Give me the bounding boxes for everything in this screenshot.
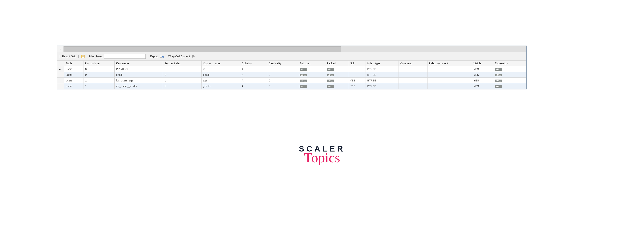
col-packed[interactable]: Packed: [325, 61, 348, 66]
table-row[interactable]: users1idx_users_gender1genderA0NULLNULLY…: [58, 83, 526, 89]
cell-packed[interactable]: NULL: [325, 83, 348, 89]
cell-non-unique[interactable]: 1: [84, 83, 114, 89]
col-expression[interactable]: Expression: [493, 61, 526, 66]
cell-collation[interactable]: A: [240, 66, 267, 72]
cell-cardinality[interactable]: 0: [267, 72, 298, 78]
cell-null[interactable]: [348, 66, 366, 72]
cell-sub-part[interactable]: NULL: [298, 83, 325, 89]
row-marker[interactable]: ▶: [58, 66, 64, 72]
cell-sub-part[interactable]: NULL: [298, 66, 325, 72]
table-row[interactable]: ▶users0PRIMARY1idA0NULLNULLBTREEYESNULL: [58, 66, 526, 72]
cell-packed[interactable]: NULL: [325, 72, 348, 78]
cell-non-unique[interactable]: 1: [84, 78, 114, 83]
cell-index-type[interactable]: BTREE: [366, 72, 398, 78]
cell-visible[interactable]: YES: [472, 72, 493, 78]
col-visible[interactable]: Visible: [472, 61, 493, 66]
cell-comment[interactable]: [398, 78, 428, 83]
cell-column-name[interactable]: gender: [202, 83, 240, 89]
col-sub-part[interactable]: Sub_part: [298, 61, 325, 66]
col-table[interactable]: Table: [64, 61, 84, 66]
cell-column-name[interactable]: email: [202, 72, 240, 78]
table-row[interactable]: users1idx_users_age1ageA0NULLNULLYESBTRE…: [58, 78, 526, 83]
cell-seq-in-index[interactable]: 1: [163, 72, 202, 78]
col-column-name[interactable]: Column_name: [202, 61, 240, 66]
cell-null[interactable]: YES: [348, 83, 366, 89]
cell-column-name[interactable]: age: [202, 78, 240, 83]
cell-table[interactable]: users: [64, 78, 84, 83]
cell-index-comment[interactable]: [428, 78, 472, 83]
cell-cardinality[interactable]: 0: [267, 66, 298, 72]
filter-rows-input[interactable]: [104, 54, 146, 59]
cell-packed[interactable]: NULL: [325, 78, 348, 83]
cell-expression[interactable]: NULL: [493, 83, 526, 89]
cell-seq-in-index[interactable]: 1: [163, 83, 202, 89]
cell-expression[interactable]: NULL: [493, 66, 526, 72]
horizontal-scrollbar[interactable]: ‹: [57, 46, 526, 52]
cell-index-comment[interactable]: [428, 72, 472, 78]
cell-null[interactable]: [348, 72, 366, 78]
col-comment[interactable]: Comment: [398, 61, 428, 66]
result-grid-label: Result Grid: [62, 55, 76, 58]
cell-cardinality[interactable]: 0: [267, 83, 298, 89]
row-marker[interactable]: [58, 78, 64, 83]
wrap-cell-label: Wrap Cell Content:: [168, 55, 190, 58]
col-non-unique[interactable]: Non_unique: [84, 61, 114, 66]
null-badge: NULL: [300, 74, 307, 76]
cell-table[interactable]: users: [64, 83, 84, 89]
cell-comment[interactable]: [398, 72, 428, 78]
cell-column-name[interactable]: id: [202, 66, 240, 72]
cell-visible[interactable]: YES: [472, 78, 493, 83]
cell-expression[interactable]: NULL: [493, 78, 526, 83]
cell-key-name[interactable]: email: [114, 72, 163, 78]
cell-collation[interactable]: A: [240, 72, 267, 78]
cell-cardinality[interactable]: 0: [267, 78, 298, 83]
toolbar-separator: |: [147, 55, 149, 58]
grid-view-icon[interactable]: [81, 54, 85, 58]
col-key-name[interactable]: Key_name: [114, 61, 163, 66]
cell-non-unique[interactable]: 0: [84, 66, 114, 72]
cell-index-type[interactable]: BTREE: [366, 66, 398, 72]
cell-key-name[interactable]: PRIMARY: [114, 66, 163, 72]
cell-comment[interactable]: [398, 66, 428, 72]
cell-packed[interactable]: NULL: [325, 66, 348, 72]
scroll-thumb[interactable]: [64, 46, 341, 52]
cell-collation[interactable]: A: [240, 83, 267, 89]
row-marker-header: [58, 61, 64, 66]
row-marker[interactable]: [58, 83, 64, 89]
cell-table[interactable]: users: [64, 66, 84, 72]
cell-visible[interactable]: YES: [472, 83, 493, 89]
cell-sub-part[interactable]: NULL: [298, 78, 325, 83]
scroll-left-arrow-icon[interactable]: ‹: [57, 46, 64, 52]
col-null[interactable]: Null: [348, 61, 366, 66]
cell-null[interactable]: YES: [348, 78, 366, 83]
row-marker[interactable]: [58, 72, 64, 78]
wrap-cell-icon[interactable]: A: [192, 54, 196, 58]
col-collation[interactable]: Collation: [240, 61, 267, 66]
cell-index-comment[interactable]: [428, 83, 472, 89]
col-index-type[interactable]: Index_type: [366, 61, 398, 66]
scroll-track[interactable]: [64, 46, 526, 52]
col-seq-in-index[interactable]: Seq_in_index: [163, 61, 202, 66]
null-badge: NULL: [327, 85, 334, 88]
export-label: Export:: [150, 55, 158, 58]
null-badge: NULL: [495, 68, 502, 71]
cell-seq-in-index[interactable]: 1: [163, 66, 202, 72]
cell-key-name[interactable]: idx_users_gender: [114, 83, 163, 89]
cell-index-type[interactable]: BTREE: [366, 83, 398, 89]
cell-comment[interactable]: [398, 83, 428, 89]
table-row[interactable]: users0email1emailA0NULLNULLBTREEYESNULL: [58, 72, 526, 78]
export-icon[interactable]: [160, 54, 164, 58]
cell-seq-in-index[interactable]: 1: [163, 78, 202, 83]
cell-key-name[interactable]: idx_users_age: [114, 78, 163, 83]
col-cardinality[interactable]: Cardinality: [267, 61, 298, 66]
cell-table[interactable]: users: [64, 72, 84, 78]
cell-collation[interactable]: A: [240, 78, 267, 83]
col-index-comment[interactable]: Index_comment: [428, 61, 472, 66]
cell-index-comment[interactable]: [428, 66, 472, 72]
cell-non-unique[interactable]: 0: [84, 72, 114, 78]
cell-expression[interactable]: NULL: [493, 72, 526, 78]
cell-index-type[interactable]: BTREE: [366, 78, 398, 83]
cell-sub-part[interactable]: NULL: [298, 72, 325, 78]
cell-visible[interactable]: YES: [472, 66, 493, 72]
result-panel: ‹ | Result Grid | Filter Rows: | Export:: [57, 46, 526, 89]
